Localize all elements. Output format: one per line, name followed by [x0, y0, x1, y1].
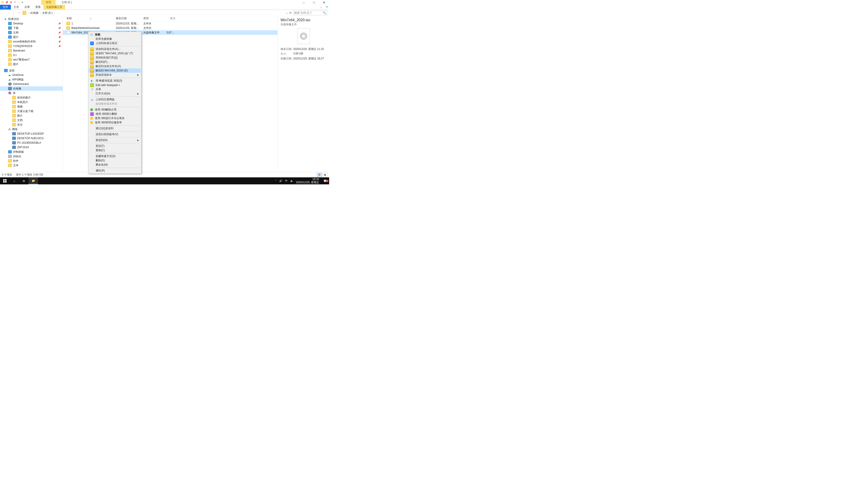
- ctx-burn[interactable]: 刻录光盘映像: [89, 37, 141, 41]
- close-file-icon[interactable]: ✕: [9, 1, 12, 4]
- address-dropdown-icon[interactable]: ⌄: [286, 11, 288, 14]
- ctx-restore-previous[interactable]: 还原以前的版本(V): [89, 132, 141, 136]
- tree-item[interactable]: 图片: [0, 113, 63, 118]
- col-type[interactable]: 类型: [140, 17, 163, 20]
- file-tab[interactable]: 文件: [0, 5, 11, 9]
- tree-item[interactable]: 天翼云盘下载: [0, 109, 63, 113]
- start-button[interactable]: [0, 177, 9, 184]
- task-view-button[interactable]: ⧉: [19, 177, 29, 184]
- desktop-root[interactable]: 桌面: [0, 68, 63, 73]
- ctx-youdao[interactable]: ✎上传到有道云笔记: [89, 41, 141, 45]
- tree-item-this-pc[interactable]: 此电脑: [0, 86, 63, 91]
- ctx-copy[interactable]: 复制(C): [89, 148, 141, 153]
- ctx-360-unlock[interactable]: 使用 360解除占用: [89, 107, 141, 112]
- col-size[interactable]: 大小: [163, 17, 178, 20]
- qat-customize-icon[interactable]: ▾: [21, 1, 24, 4]
- ctx-add-to-named-zip[interactable]: 添加到 "Win7x64_2020.zip" (T): [89, 51, 141, 56]
- quick-access-root[interactable]: ★快速访问: [0, 17, 63, 21]
- ctx-baidu-upload[interactable]: ☁上传到百度网盘: [89, 97, 141, 102]
- ctx-mount[interactable]: 装载: [89, 33, 141, 37]
- tree-item[interactable]: 保存的图片: [0, 95, 63, 100]
- undo-icon[interactable]: ↶: [13, 1, 16, 4]
- search-input[interactable]: 搜索"文档 (E:)" 🔍: [293, 11, 327, 15]
- crumb-sep-icon[interactable]: ›: [53, 11, 56, 14]
- back-button[interactable]: ←: [0, 11, 5, 14]
- pin-icon[interactable]: 📌: [5, 1, 8, 4]
- tree-item[interactable]: win7重装win7: [0, 57, 63, 62]
- taskbar-clock[interactable]: 16:32 2020/12/25, 星期五: [294, 178, 321, 184]
- crumb-sep-icon[interactable]: ›: [39, 11, 41, 14]
- ctx-share[interactable]: ↗共享: [89, 87, 141, 92]
- large-icons-view-icon[interactable]: ▦: [322, 173, 327, 177]
- tree-item[interactable]: 图片: [0, 62, 63, 66]
- refresh-icon[interactable]: ⟳: [289, 11, 291, 14]
- ctx-notepadpp[interactable]: Edit with Notepad++: [89, 83, 141, 87]
- tree-item[interactable]: 视频: [0, 104, 63, 109]
- ctx-extract-here[interactable]: 解压到当前文件夹(X): [89, 64, 141, 68]
- ribbon-collapse-icon[interactable]: ⌄: [318, 5, 324, 9]
- ctx-add-to-archive[interactable]: 添加到压缩文件(A)...: [89, 47, 141, 51]
- tree-item[interactable]: 图片📌: [0, 35, 63, 39]
- ctx-extract-to[interactable]: 解压到(F)...: [89, 60, 141, 64]
- tree-item[interactable]: 下载📌: [0, 26, 63, 30]
- tree-item[interactable]: PC-20190530OBLA: [0, 140, 63, 145]
- ctx-qq-send[interactable]: 通过QQ发送到: [89, 126, 141, 131]
- tree-item[interactable]: Administrator: [0, 82, 63, 86]
- tree-item[interactable]: Desktop📌: [0, 21, 63, 26]
- network-icon[interactable]: 🖧: [289, 180, 294, 182]
- tree-item[interactable]: DESKTOP-LSSOEDP: [0, 131, 63, 136]
- ctx-create-shortcut[interactable]: 创建快捷方式(S): [89, 154, 141, 158]
- breadcrumb[interactable]: › 此电脑 › 文档 (E:) ›: [22, 11, 286, 15]
- ime-indicator[interactable]: 中: [284, 179, 289, 183]
- tree-item[interactable]: 文档: [0, 118, 63, 123]
- tree-item-library[interactable]: 📚库: [0, 91, 63, 95]
- crumb-sep-icon[interactable]: ›: [27, 11, 30, 14]
- view-tab[interactable]: 查看: [33, 5, 43, 9]
- tree-item[interactable]: ☁OneDrive: [0, 73, 63, 77]
- action-center-icon[interactable]: 💬3: [321, 180, 329, 183]
- ctx-other-zip[interactable]: 其他压缩命令▶: [89, 73, 141, 77]
- home-tab[interactable]: 主页: [11, 5, 22, 9]
- tray-overflow-icon[interactable]: ˄: [274, 180, 278, 182]
- ctx-extract-to-folder[interactable]: 解压到 Win7x64_2020\ (E): [89, 68, 141, 73]
- volume-icon[interactable]: 🔊: [278, 180, 284, 182]
- tree-item[interactable]: YUNQISHI2019📌: [0, 44, 63, 48]
- disc-tools-tab[interactable]: 光盘映像工具: [43, 5, 65, 9]
- tree-item[interactable]: excel表格制作求和📌: [0, 39, 63, 44]
- close-button[interactable]: ✕: [319, 0, 329, 5]
- tree-item[interactable]: 回收站: [0, 154, 63, 159]
- search-button[interactable]: ⌕: [9, 177, 19, 184]
- tree-item-network[interactable]: 🖧网络: [0, 127, 63, 131]
- file-row[interactable]: 1 2020/12/15, 星期二 1... 文件夹: [63, 21, 278, 26]
- forward-button[interactable]: →: [5, 11, 11, 14]
- tree-item[interactable]: ☁WPS网盘: [0, 77, 63, 82]
- crumb-drive[interactable]: 文档 (E:): [41, 11, 53, 15]
- taskbar-explorer[interactable]: 📁: [29, 177, 38, 184]
- tree-item[interactable]: 控制面板: [0, 150, 63, 154]
- tree-item[interactable]: 音乐: [0, 123, 63, 127]
- tree-item[interactable]: DESKTOP-NJEU3CG: [0, 136, 63, 140]
- ctx-delete[interactable]: 删除(D): [89, 158, 141, 163]
- ctx-cut[interactable]: 剪切(T): [89, 144, 141, 148]
- tree-item[interactable]: 软件: [0, 159, 63, 163]
- tree-item[interactable]: ZMT2019: [0, 145, 63, 150]
- up-button[interactable]: ↑: [16, 11, 22, 14]
- help-icon[interactable]: ?: [324, 5, 329, 9]
- ctx-browser[interactable]: ◐用 蜂蜜浏览器 浏览(3): [89, 78, 141, 83]
- tree-item[interactable]: Bandicam: [0, 48, 63, 53]
- ctx-360-force-delete[interactable]: 使用 360强力删除: [89, 112, 141, 116]
- minimize-button[interactable]: —: [299, 0, 309, 5]
- ctx-send-to[interactable]: 发送到(N)▶: [89, 138, 141, 142]
- maximize-button[interactable]: ▢: [309, 0, 319, 5]
- crumb-pc[interactable]: 此电脑: [30, 11, 39, 15]
- col-name[interactable]: 名称▴: [63, 17, 112, 20]
- share-tab[interactable]: 共享: [22, 5, 33, 9]
- tree-item[interactable]: 本机照片: [0, 100, 63, 104]
- ctx-open-with[interactable]: 打开方式(H)▶: [89, 92, 141, 96]
- ctx-open-360zip[interactable]: 用360压缩打开(Q): [89, 56, 141, 60]
- details-view-icon[interactable]: ≣: [317, 173, 322, 177]
- tree-item[interactable]: 文件: [0, 163, 63, 168]
- tree-item[interactable]: G:\: [0, 53, 63, 57]
- tree-item[interactable]: 文档📌: [0, 30, 63, 35]
- ctx-properties[interactable]: 属性(R): [89, 168, 141, 173]
